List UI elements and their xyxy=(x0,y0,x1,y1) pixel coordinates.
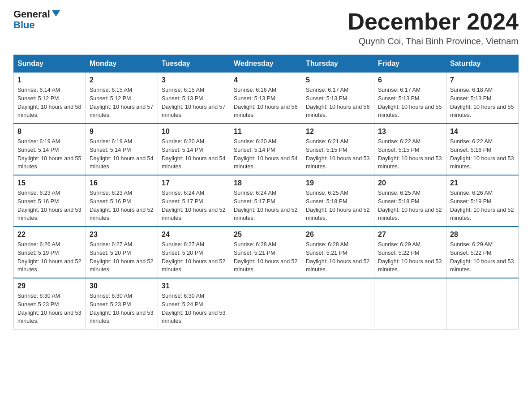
table-row: 11 Sunrise: 6:20 AM Sunset: 5:14 PM Dayl… xyxy=(230,124,302,175)
table-row: 19 Sunrise: 6:25 AM Sunset: 5:18 PM Dayl… xyxy=(302,175,374,227)
day-number: 14 xyxy=(450,128,515,136)
day-info: Sunrise: 6:17 AM Sunset: 5:13 PM Dayligh… xyxy=(378,86,442,120)
day-number: 20 xyxy=(378,179,442,187)
table-row xyxy=(302,278,374,330)
day-info: Sunrise: 6:29 AM Sunset: 5:22 PM Dayligh… xyxy=(450,240,515,274)
day-number: 7 xyxy=(450,76,515,84)
day-number: 13 xyxy=(378,128,442,136)
logo-triangle-icon xyxy=(52,10,60,17)
day-number: 10 xyxy=(162,128,226,136)
day-info: Sunrise: 6:19 AM Sunset: 5:14 PM Dayligh… xyxy=(17,137,82,171)
logo: General Blue xyxy=(13,9,60,30)
calendar-week-2: 8 Sunrise: 6:19 AM Sunset: 5:14 PM Dayli… xyxy=(14,124,519,175)
table-row: 29 Sunrise: 6:30 AM Sunset: 5:23 PM Dayl… xyxy=(14,278,86,330)
day-number: 23 xyxy=(90,231,154,239)
table-row: 12 Sunrise: 6:21 AM Sunset: 5:15 PM Dayl… xyxy=(302,124,374,175)
table-row: 9 Sunrise: 6:19 AM Sunset: 5:14 PM Dayli… xyxy=(86,124,158,175)
table-row: 30 Sunrise: 6:30 AM Sunset: 5:23 PM Dayl… xyxy=(86,278,158,330)
col-tuesday: Tuesday xyxy=(158,55,230,73)
day-number: 12 xyxy=(306,128,370,136)
day-info: Sunrise: 6:21 AM Sunset: 5:15 PM Dayligh… xyxy=(306,137,370,171)
location-subtitle: Quynh Coi, Thai Binh Province, Vietnam xyxy=(348,36,519,47)
calendar-table: Sunday Monday Tuesday Wednesday Thursday… xyxy=(13,55,519,330)
day-number: 30 xyxy=(90,282,154,290)
table-row xyxy=(374,278,446,330)
table-row: 21 Sunrise: 6:26 AM Sunset: 5:19 PM Dayl… xyxy=(446,175,519,227)
calendar-header-row: Sunday Monday Tuesday Wednesday Thursday… xyxy=(14,55,519,73)
day-number: 8 xyxy=(17,128,82,136)
day-number: 28 xyxy=(450,231,515,239)
day-info: Sunrise: 6:28 AM Sunset: 5:21 PM Dayligh… xyxy=(234,240,298,274)
table-row: 17 Sunrise: 6:24 AM Sunset: 5:17 PM Dayl… xyxy=(158,175,230,227)
month-year-title: December 2024 xyxy=(348,9,519,34)
table-row: 5 Sunrise: 6:17 AM Sunset: 5:13 PM Dayli… xyxy=(302,73,374,124)
day-number: 29 xyxy=(17,282,82,290)
col-sunday: Sunday xyxy=(14,55,86,73)
day-info: Sunrise: 6:24 AM Sunset: 5:17 PM Dayligh… xyxy=(234,189,298,223)
table-row: 15 Sunrise: 6:23 AM Sunset: 5:16 PM Dayl… xyxy=(14,175,86,227)
day-number: 1 xyxy=(17,76,82,84)
table-row xyxy=(230,278,302,330)
day-number: 25 xyxy=(234,231,298,239)
day-info: Sunrise: 6:30 AM Sunset: 5:23 PM Dayligh… xyxy=(17,292,82,325)
table-row: 1 Sunrise: 6:14 AM Sunset: 5:12 PM Dayli… xyxy=(14,73,86,124)
table-row: 22 Sunrise: 6:26 AM Sunset: 5:19 PM Dayl… xyxy=(14,227,86,278)
day-info: Sunrise: 6:20 AM Sunset: 5:14 PM Dayligh… xyxy=(234,137,298,171)
day-number: 3 xyxy=(162,76,226,84)
page-header: General Blue December 2024 Quynh Coi, Th… xyxy=(13,9,519,47)
calendar-week-5: 29 Sunrise: 6:30 AM Sunset: 5:23 PM Dayl… xyxy=(14,278,519,330)
day-info: Sunrise: 6:14 AM Sunset: 5:12 PM Dayligh… xyxy=(17,86,82,120)
day-info: Sunrise: 6:16 AM Sunset: 5:13 PM Dayligh… xyxy=(234,86,298,120)
table-row: 27 Sunrise: 6:29 AM Sunset: 5:22 PM Dayl… xyxy=(374,227,446,278)
day-info: Sunrise: 6:28 AM Sunset: 5:21 PM Dayligh… xyxy=(306,240,370,274)
day-info: Sunrise: 6:25 AM Sunset: 5:18 PM Dayligh… xyxy=(306,189,370,223)
table-row: 20 Sunrise: 6:25 AM Sunset: 5:18 PM Dayl… xyxy=(374,175,446,227)
day-info: Sunrise: 6:24 AM Sunset: 5:17 PM Dayligh… xyxy=(162,189,226,223)
day-number: 5 xyxy=(306,76,370,84)
day-info: Sunrise: 6:29 AM Sunset: 5:22 PM Dayligh… xyxy=(378,240,442,274)
table-row: 2 Sunrise: 6:15 AM Sunset: 5:12 PM Dayli… xyxy=(86,73,158,124)
day-number: 2 xyxy=(90,76,154,84)
day-info: Sunrise: 6:22 AM Sunset: 5:15 PM Dayligh… xyxy=(378,137,442,171)
logo-blue: Blue xyxy=(13,20,35,30)
day-info: Sunrise: 6:15 AM Sunset: 5:13 PM Dayligh… xyxy=(162,86,226,120)
table-row: 25 Sunrise: 6:28 AM Sunset: 5:21 PM Dayl… xyxy=(230,227,302,278)
day-info: Sunrise: 6:26 AM Sunset: 5:19 PM Dayligh… xyxy=(450,189,515,223)
calendar-week-1: 1 Sunrise: 6:14 AM Sunset: 5:12 PM Dayli… xyxy=(14,73,519,124)
col-wednesday: Wednesday xyxy=(230,55,302,73)
table-row: 28 Sunrise: 6:29 AM Sunset: 5:22 PM Dayl… xyxy=(446,227,519,278)
col-saturday: Saturday xyxy=(446,55,519,73)
day-number: 19 xyxy=(306,179,370,187)
day-info: Sunrise: 6:17 AM Sunset: 5:13 PM Dayligh… xyxy=(306,86,370,120)
day-info: Sunrise: 6:22 AM Sunset: 5:16 PM Dayligh… xyxy=(450,137,515,171)
day-info: Sunrise: 6:15 AM Sunset: 5:12 PM Dayligh… xyxy=(90,86,154,120)
day-number: 18 xyxy=(234,179,298,187)
calendar-week-3: 15 Sunrise: 6:23 AM Sunset: 5:16 PM Dayl… xyxy=(14,175,519,227)
day-number: 27 xyxy=(378,231,442,239)
table-row: 6 Sunrise: 6:17 AM Sunset: 5:13 PM Dayli… xyxy=(374,73,446,124)
logo-general: General xyxy=(13,9,50,20)
table-row: 26 Sunrise: 6:28 AM Sunset: 5:21 PM Dayl… xyxy=(302,227,374,278)
col-monday: Monday xyxy=(86,55,158,73)
day-number: 26 xyxy=(306,231,370,239)
day-info: Sunrise: 6:20 AM Sunset: 5:14 PM Dayligh… xyxy=(162,137,226,171)
table-row: 24 Sunrise: 6:27 AM Sunset: 5:20 PM Dayl… xyxy=(158,227,230,278)
table-row: 4 Sunrise: 6:16 AM Sunset: 5:13 PM Dayli… xyxy=(230,73,302,124)
table-row: 3 Sunrise: 6:15 AM Sunset: 5:13 PM Dayli… xyxy=(158,73,230,124)
day-info: Sunrise: 6:27 AM Sunset: 5:20 PM Dayligh… xyxy=(90,240,154,274)
day-number: 21 xyxy=(450,179,515,187)
day-number: 31 xyxy=(162,282,226,290)
day-info: Sunrise: 6:18 AM Sunset: 5:13 PM Dayligh… xyxy=(450,86,515,120)
day-info: Sunrise: 6:30 AM Sunset: 5:23 PM Dayligh… xyxy=(90,292,154,325)
day-number: 15 xyxy=(17,179,82,187)
day-number: 24 xyxy=(162,231,226,239)
day-number: 4 xyxy=(234,76,298,84)
table-row: 18 Sunrise: 6:24 AM Sunset: 5:17 PM Dayl… xyxy=(230,175,302,227)
table-row: 13 Sunrise: 6:22 AM Sunset: 5:15 PM Dayl… xyxy=(374,124,446,175)
day-number: 6 xyxy=(378,76,442,84)
table-row: 16 Sunrise: 6:23 AM Sunset: 5:16 PM Dayl… xyxy=(86,175,158,227)
table-row: 23 Sunrise: 6:27 AM Sunset: 5:20 PM Dayl… xyxy=(86,227,158,278)
day-number: 9 xyxy=(90,128,154,136)
table-row: 8 Sunrise: 6:19 AM Sunset: 5:14 PM Dayli… xyxy=(14,124,86,175)
table-row: 31 Sunrise: 6:30 AM Sunset: 5:24 PM Dayl… xyxy=(158,278,230,330)
